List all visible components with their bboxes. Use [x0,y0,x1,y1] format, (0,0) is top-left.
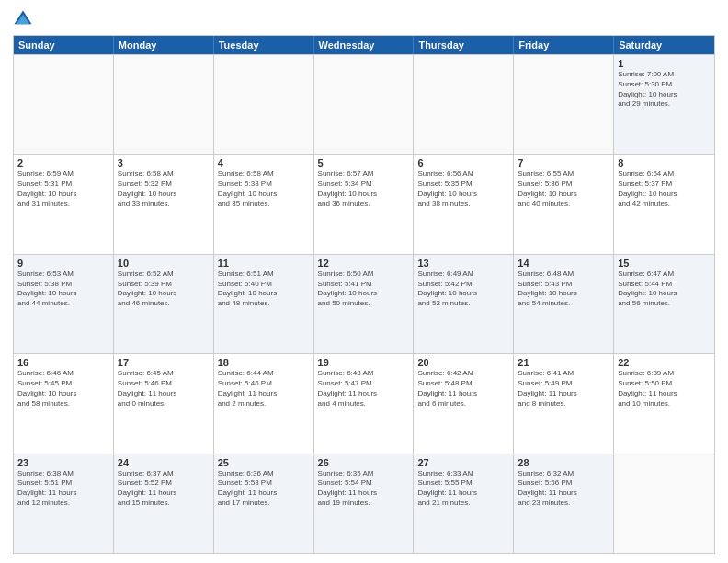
day-number: 16 [17,357,109,368]
cal-cell-day-21: 21Sunrise: 6:41 AM Sunset: 5:49 PM Dayli… [514,354,614,453]
day-number: 19 [318,357,410,368]
cal-row-0: 1Sunrise: 7:00 AM Sunset: 5:30 PM Daylig… [14,54,714,154]
day-number: 3 [118,157,210,168]
day-number: 18 [218,357,310,368]
cal-cell-day-9: 9Sunrise: 6:53 AM Sunset: 5:38 PM Daylig… [14,255,114,353]
day-info: Sunrise: 6:44 AM Sunset: 5:46 PM Dayligh… [218,369,310,408]
day-number: 17 [118,357,210,368]
cal-row-3: 16Sunrise: 6:46 AM Sunset: 5:45 PM Dayli… [14,353,714,453]
cal-cell-day-1: 1Sunrise: 7:00 AM Sunset: 5:30 PM Daylig… [614,55,714,154]
day-info: Sunrise: 6:49 AM Sunset: 5:42 PM Dayligh… [417,270,509,309]
cal-cell-day-19: 19Sunrise: 6:43 AM Sunset: 5:47 PM Dayli… [314,354,415,453]
day-info: Sunrise: 6:41 AM Sunset: 5:49 PM Dayligh… [518,369,609,408]
day-number: 5 [318,157,410,168]
cal-cell-day-14: 14Sunrise: 6:48 AM Sunset: 5:43 PM Dayli… [514,255,614,353]
day-number: 22 [618,357,711,368]
cal-row-1: 2Sunrise: 6:59 AM Sunset: 5:31 PM Daylig… [14,154,714,253]
day-info: Sunrise: 6:59 AM Sunset: 5:31 PM Dayligh… [17,169,109,209]
cal-cell-empty [114,55,214,154]
logo [13,9,37,29]
day-number: 13 [417,258,509,269]
calendar-body: 1Sunrise: 7:00 AM Sunset: 5:30 PM Daylig… [14,54,714,553]
cal-cell-day-26: 26Sunrise: 6:35 AM Sunset: 5:54 PM Dayli… [314,454,415,553]
day-info: Sunrise: 7:00 AM Sunset: 5:30 PM Dayligh… [618,70,711,109]
day-info: Sunrise: 6:58 AM Sunset: 5:33 PM Dayligh… [218,169,310,209]
day-info: Sunrise: 6:36 AM Sunset: 5:53 PM Dayligh… [218,469,310,509]
day-number: 20 [417,357,509,368]
cal-cell-day-28: 28Sunrise: 6:32 AM Sunset: 5:56 PM Dayli… [514,454,614,553]
calendar-header: SundayMondayTuesdayWednesdayThursdayFrid… [14,36,714,54]
header [13,9,715,29]
day-number: 8 [618,157,711,168]
cal-cell-day-7: 7Sunrise: 6:55 AM Sunset: 5:36 PM Daylig… [514,155,614,253]
day-number: 26 [318,457,410,468]
cal-cell-empty [414,55,514,154]
day-info: Sunrise: 6:43 AM Sunset: 5:47 PM Dayligh… [318,369,410,408]
cal-cell-empty [14,55,114,154]
cal-header-friday: Friday [514,36,614,54]
calendar: SundayMondayTuesdayWednesdayThursdayFrid… [13,35,715,554]
day-info: Sunrise: 6:46 AM Sunset: 5:45 PM Dayligh… [17,369,109,408]
cal-cell-day-6: 6Sunrise: 6:56 AM Sunset: 5:35 PM Daylig… [414,155,514,253]
cal-cell-day-13: 13Sunrise: 6:49 AM Sunset: 5:42 PM Dayli… [414,255,514,353]
cal-cell-empty [314,55,415,154]
day-number: 12 [318,258,410,269]
day-number: 11 [218,258,310,269]
day-info: Sunrise: 6:38 AM Sunset: 5:51 PM Dayligh… [17,469,109,509]
cal-cell-day-10: 10Sunrise: 6:52 AM Sunset: 5:39 PM Dayli… [114,255,214,353]
cal-cell-day-17: 17Sunrise: 6:45 AM Sunset: 5:46 PM Dayli… [114,354,214,453]
day-info: Sunrise: 6:58 AM Sunset: 5:32 PM Dayligh… [118,169,210,209]
day-info: Sunrise: 6:57 AM Sunset: 5:34 PM Dayligh… [318,169,410,209]
day-number: 9 [17,258,109,269]
cal-cell-empty [614,454,714,553]
day-info: Sunrise: 6:54 AM Sunset: 5:37 PM Dayligh… [618,169,711,209]
cal-cell-day-25: 25Sunrise: 6:36 AM Sunset: 5:53 PM Dayli… [214,454,314,553]
day-info: Sunrise: 6:33 AM Sunset: 5:55 PM Dayligh… [417,469,509,509]
day-number: 14 [518,258,609,269]
day-info: Sunrise: 6:48 AM Sunset: 5:43 PM Dayligh… [518,270,609,309]
cal-cell-day-11: 11Sunrise: 6:51 AM Sunset: 5:40 PM Dayli… [214,255,314,353]
day-number: 6 [417,157,509,168]
day-info: Sunrise: 6:55 AM Sunset: 5:36 PM Dayligh… [518,169,609,209]
cal-header-saturday: Saturday [614,36,714,54]
cal-cell-day-5: 5Sunrise: 6:57 AM Sunset: 5:34 PM Daylig… [314,155,415,253]
cal-cell-empty [214,55,314,154]
cal-header-sunday: Sunday [14,36,114,54]
cal-cell-day-12: 12Sunrise: 6:50 AM Sunset: 5:41 PM Dayli… [314,255,415,353]
cal-cell-day-15: 15Sunrise: 6:47 AM Sunset: 5:44 PM Dayli… [614,255,714,353]
logo-icon [13,9,33,29]
cal-cell-day-18: 18Sunrise: 6:44 AM Sunset: 5:46 PM Dayli… [214,354,314,453]
day-number: 4 [218,157,310,168]
cal-cell-day-4: 4Sunrise: 6:58 AM Sunset: 5:33 PM Daylig… [214,155,314,253]
cal-cell-empty [514,55,614,154]
cal-cell-day-24: 24Sunrise: 6:37 AM Sunset: 5:52 PM Dayli… [114,454,214,553]
cal-header-tuesday: Tuesday [214,36,314,54]
page: SundayMondayTuesdayWednesdayThursdayFrid… [0,0,728,563]
day-info: Sunrise: 6:45 AM Sunset: 5:46 PM Dayligh… [118,369,210,408]
cal-cell-day-20: 20Sunrise: 6:42 AM Sunset: 5:48 PM Dayli… [414,354,514,453]
day-info: Sunrise: 6:39 AM Sunset: 5:50 PM Dayligh… [618,369,711,408]
cal-cell-day-8: 8Sunrise: 6:54 AM Sunset: 5:37 PM Daylig… [614,155,714,253]
day-info: Sunrise: 6:51 AM Sunset: 5:40 PM Dayligh… [218,270,310,309]
day-number: 2 [17,157,109,168]
cal-row-4: 23Sunrise: 6:38 AM Sunset: 5:51 PM Dayli… [14,454,714,553]
day-info: Sunrise: 6:50 AM Sunset: 5:41 PM Dayligh… [318,270,410,309]
day-info: Sunrise: 6:35 AM Sunset: 5:54 PM Dayligh… [318,469,410,509]
cal-cell-day-3: 3Sunrise: 6:58 AM Sunset: 5:32 PM Daylig… [114,155,214,253]
day-info: Sunrise: 6:37 AM Sunset: 5:52 PM Dayligh… [118,469,210,509]
cal-header-thursday: Thursday [414,36,514,54]
cal-row-2: 9Sunrise: 6:53 AM Sunset: 5:38 PM Daylig… [14,254,714,353]
day-number: 24 [118,457,210,468]
day-info: Sunrise: 6:52 AM Sunset: 5:39 PM Dayligh… [118,270,210,309]
day-info: Sunrise: 6:32 AM Sunset: 5:56 PM Dayligh… [518,469,609,509]
day-number: 1 [618,58,711,69]
cal-header-wednesday: Wednesday [314,36,415,54]
day-number: 15 [618,258,711,269]
cal-header-monday: Monday [114,36,214,54]
day-info: Sunrise: 6:56 AM Sunset: 5:35 PM Dayligh… [417,169,509,209]
day-info: Sunrise: 6:42 AM Sunset: 5:48 PM Dayligh… [417,369,509,408]
cal-cell-day-23: 23Sunrise: 6:38 AM Sunset: 5:51 PM Dayli… [14,454,114,553]
day-number: 25 [218,457,310,468]
cal-cell-day-27: 27Sunrise: 6:33 AM Sunset: 5:55 PM Dayli… [414,454,514,553]
day-number: 23 [17,457,109,468]
